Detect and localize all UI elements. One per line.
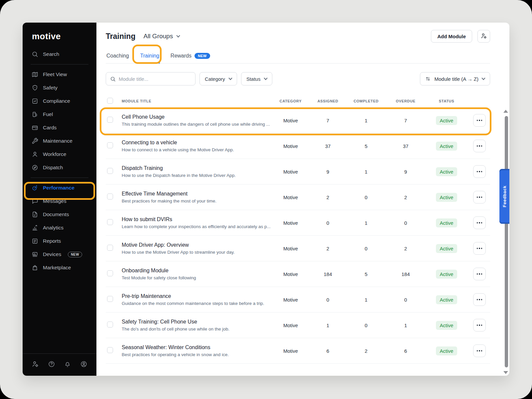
table-row[interactable]: Pre-trip Maintenance Guidance on the mos… bbox=[106, 287, 490, 312]
sidebar-item-devices[interactable]: Devices NEW bbox=[23, 248, 96, 261]
column-header-module-title: MODULE TITLE bbox=[122, 99, 271, 103]
overdue-cell: 37 bbox=[387, 143, 424, 149]
sidebar-footer bbox=[23, 353, 96, 376]
status-badge: Active bbox=[436, 270, 458, 279]
group-selector[interactable]: All Groups bbox=[143, 33, 180, 40]
sidebar-item-label: Performance bbox=[43, 185, 74, 191]
status-badge: Active bbox=[436, 142, 458, 151]
row-checkbox[interactable] bbox=[107, 347, 113, 353]
search-input[interactable] bbox=[119, 76, 191, 82]
sidebar-item-documents[interactable]: Documents bbox=[23, 208, 96, 221]
row-actions-button[interactable] bbox=[473, 114, 486, 127]
table-row[interactable]: Effective Time Management Best practices… bbox=[106, 184, 490, 210]
module-description: How to use the Dispatch feature in the M… bbox=[122, 173, 271, 178]
row-checkbox[interactable] bbox=[107, 194, 113, 200]
sidebar-item-safety[interactable]: Safety bbox=[23, 81, 96, 94]
table-row[interactable]: Motive Driver App: Overview How to use t… bbox=[106, 235, 490, 261]
table-row[interactable]: Safety Training: Cell Phone Use The do's… bbox=[106, 312, 490, 338]
row-actions-button[interactable] bbox=[473, 293, 486, 306]
category-filter[interactable]: Category bbox=[200, 72, 237, 85]
sidebar-item-label: Maintenance bbox=[43, 138, 72, 144]
tab-training[interactable]: Training bbox=[140, 49, 160, 63]
search-icon bbox=[32, 51, 38, 58]
overdue-cell: 0 bbox=[387, 297, 424, 303]
motive-logo: motive bbox=[23, 23, 96, 42]
overdue-cell: 0 bbox=[387, 220, 424, 226]
table-row[interactable]: How to submit DVIRs Learn how to complet… bbox=[106, 210, 490, 235]
row-actions-button[interactable] bbox=[473, 344, 486, 357]
sidebar-item-fuel[interactable]: Fuel bbox=[23, 108, 96, 121]
sidebar-item-label: Reports bbox=[43, 238, 61, 244]
status-filter[interactable]: Status bbox=[241, 72, 273, 85]
scrollbar-up-arrow[interactable] bbox=[503, 110, 508, 113]
sidebar-item-workforce[interactable]: Workforce bbox=[23, 148, 96, 161]
sidebar-item-compliance[interactable]: Compliance bbox=[23, 94, 96, 108]
row-actions-button[interactable] bbox=[473, 216, 486, 229]
sidebar-item-fleet-view[interactable]: Fleet View bbox=[23, 68, 96, 81]
admin-user-gear-icon[interactable] bbox=[32, 360, 39, 368]
main-content: Training All Groups Add Module Coaching … bbox=[96, 23, 509, 376]
row-actions-button[interactable] bbox=[473, 140, 486, 152]
module-description: Guidance on the most common maintenance … bbox=[122, 301, 271, 306]
category-filter-label: Category bbox=[205, 76, 225, 82]
row-checkbox[interactable] bbox=[107, 322, 113, 328]
row-actions-button[interactable] bbox=[473, 165, 486, 178]
scrollbar-thumb[interactable] bbox=[505, 116, 508, 367]
sidebar-item-messages[interactable]: Messages bbox=[23, 195, 96, 208]
sidebar-item-search[interactable]: Search bbox=[23, 48, 96, 61]
row-checkbox[interactable] bbox=[107, 117, 113, 123]
page-title: Training bbox=[106, 32, 135, 41]
sidebar-item-cards[interactable]: Cards bbox=[23, 121, 96, 134]
add-module-button[interactable]: Add Module bbox=[431, 30, 472, 43]
tab-coaching[interactable]: Coaching bbox=[106, 49, 130, 63]
account-avatar-icon[interactable] bbox=[80, 360, 87, 368]
select-all-checkbox[interactable] bbox=[107, 98, 113, 104]
module-description: Learn how to complete your inspections a… bbox=[122, 224, 271, 229]
tab-bar: Coaching Training Rewards NEW bbox=[106, 49, 490, 64]
help-icon[interactable] bbox=[48, 360, 55, 368]
table-row[interactable]: Onboarding Module Test Module for safety… bbox=[106, 261, 490, 287]
module-title-search[interactable] bbox=[106, 72, 196, 85]
sidebar-item-label: Dispatch bbox=[43, 165, 63, 171]
row-actions-button[interactable] bbox=[473, 242, 486, 255]
credit-card-icon bbox=[32, 124, 38, 131]
completed-cell: 1 bbox=[345, 297, 387, 303]
module-description: Test Module for safety close following bbox=[122, 275, 271, 280]
tab-rewards[interactable]: Rewards NEW bbox=[170, 49, 211, 63]
row-checkbox[interactable] bbox=[107, 142, 113, 148]
scrollbar-down-arrow[interactable] bbox=[503, 371, 508, 374]
sidebar-item-performance[interactable]: Performance bbox=[23, 181, 96, 195]
module-description: How to use the Motive Driver App to stre… bbox=[122, 250, 271, 255]
row-checkbox[interactable] bbox=[107, 168, 113, 174]
sort-selector[interactable]: Module title (A → Z) bbox=[420, 72, 490, 85]
sidebar-item-dispatch[interactable]: Dispatch bbox=[23, 161, 96, 174]
table-row[interactable]: Connecting to a vehicle How to connect t… bbox=[106, 133, 490, 159]
module-title: Effective Time Management bbox=[122, 191, 271, 197]
row-actions-button[interactable] bbox=[473, 319, 486, 332]
row-checkbox[interactable] bbox=[107, 219, 113, 225]
completed-cell: 0 bbox=[345, 246, 387, 251]
row-actions-button[interactable] bbox=[473, 191, 486, 203]
shopping-bag-icon bbox=[32, 264, 38, 271]
row-checkbox[interactable] bbox=[107, 245, 113, 251]
table-row[interactable]: Seasonal Weather: Winter Conditions Best… bbox=[106, 338, 490, 363]
table-row[interactable]: Cell Phone Usage This training module ou… bbox=[106, 107, 490, 133]
assign-settings-button[interactable] bbox=[477, 30, 490, 43]
module-description: This training module outlines the danger… bbox=[122, 122, 271, 127]
notifications-bell-icon[interactable] bbox=[64, 360, 71, 368]
sidebar-item-analytics[interactable]: Analytics bbox=[23, 221, 96, 234]
row-checkbox[interactable] bbox=[107, 270, 113, 276]
category-cell: Motive bbox=[271, 195, 311, 200]
feedback-tab[interactable]: Feedback bbox=[499, 169, 509, 224]
table-row[interactable]: Dispatch Training How to use the Dispatc… bbox=[106, 159, 490, 184]
completed-cell: 1 bbox=[345, 118, 387, 123]
category-cell: Motive bbox=[271, 271, 311, 277]
sidebar-item-maintenance[interactable]: Maintenance bbox=[23, 134, 96, 148]
sidebar-item-marketplace[interactable]: Marketplace bbox=[23, 261, 96, 274]
sidebar-item-label: Fleet View bbox=[43, 71, 67, 77]
shield-icon bbox=[32, 84, 38, 91]
row-actions-button[interactable] bbox=[473, 268, 486, 280]
sidebar-item-reports[interactable]: Reports bbox=[23, 234, 96, 248]
map-icon bbox=[32, 71, 38, 78]
row-checkbox[interactable] bbox=[107, 296, 113, 302]
